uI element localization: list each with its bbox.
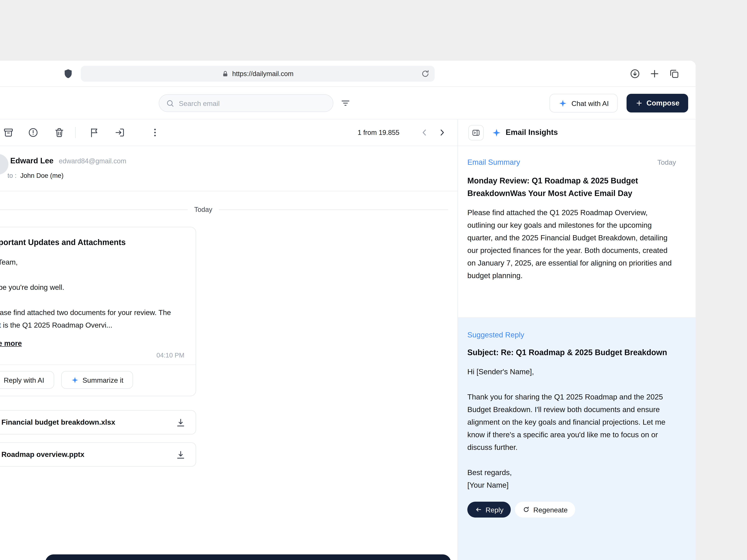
reply-compose-dock[interactable] [45,554,451,560]
summary-label: Email Summary [467,158,520,167]
plus-icon [635,99,643,107]
filter-icon[interactable] [340,98,351,109]
message-toolbar: 1 from 19.855 [0,119,458,146]
search-icon [166,99,175,108]
screen: https://dailymail.com [0,0,747,560]
archive-icon[interactable] [3,127,14,138]
recipient-row: to :John Doe (me) [7,172,63,179]
suggested-body: Thank you for sharing the Q1 2025 Roadma… [467,391,676,454]
closing-line: [Your Name] [467,479,676,491]
tabs-overview-icon[interactable] [669,68,680,79]
email-reading-pane: 1 from 19.855 Edward Lee edward84@gmail.… [0,119,458,560]
panel-toggle-button[interactable] [468,125,484,140]
attachment-row[interactable]: Financial budget breakdown.xlsx [0,410,196,434]
reply-button-label: Reply [486,506,504,514]
summary-date: Today [658,158,676,166]
url-text: https://dailymail.com [232,70,293,77]
app-header: Chat with AI Compose [0,87,696,119]
email-insights-panel: Email Insights Email Summary Today Monda… [458,119,696,560]
kebab-menu-icon[interactable] [149,127,161,138]
summarize-label: Summarize it [82,376,123,384]
regenerate-button[interactable]: Regeneate [515,502,575,517]
download-icon[interactable] [175,417,186,428]
message-card: Important Updates and Attachments Hi Tea… [0,227,196,396]
reply-with-ai-label: Reply with AI [4,376,44,384]
message-time: 04:10 PM [0,351,184,365]
chat-with-ai-button[interactable]: Chat with AI [549,94,618,112]
flag-icon[interactable] [89,127,100,138]
compose-button[interactable]: Compose [626,94,688,112]
sparkle-icon [558,99,567,108]
report-icon[interactable] [28,127,39,138]
suggested-reply-actions: Reply Regeneate [467,502,676,517]
browser-toolbar: https://dailymail.com [0,61,696,87]
insights-title: Email Insights [506,128,558,137]
body-line: Hi Team, [0,256,184,268]
desktop: https://dailymail.com [0,0,747,560]
body-line: Please find attached two documents for y… [0,306,184,331]
summary-title: Monday Review: Q1 Roadmap & 2025 Budget … [467,175,676,200]
app-body: 1 from 19.855 Edward Lee edward84@gmail.… [0,119,696,560]
download-icon[interactable] [175,449,186,461]
email-summary-section: Email Summary Today Monday Review: Q1 Ro… [458,146,696,318]
compose-label: Compose [646,99,679,107]
sender-name: Edward Lee [10,156,54,165]
sender-email: edward84@gmail.com [59,157,126,165]
shield-icon[interactable] [62,68,74,79]
downloads-icon[interactable] [629,68,641,79]
move-to-icon[interactable] [114,127,126,138]
sender-avatar [0,154,8,175]
summarize-button[interactable]: Summarize it [61,371,133,389]
message-subject: Important Updates and Attachments [0,238,184,248]
suggested-reply-label: Suggested Reply [467,331,524,339]
date-divider: Today [0,206,448,213]
insights-header: Email Insights [458,119,696,146]
sparkle-icon [492,128,501,138]
reload-icon[interactable] [421,69,430,78]
toolbar-divider [75,127,76,138]
chat-with-ai-label: Chat with AI [571,99,609,107]
recipient-name: John Doe (me) [20,172,63,179]
suggested-greeting: Hi [Sender's Name], [467,365,676,378]
trash-icon[interactable] [54,127,65,138]
email-app: Chat with AI Compose [0,87,696,560]
attachment-name: Roadmap overview.pptx [1,450,84,459]
search-bar[interactable] [159,94,333,112]
search-input[interactable] [179,99,326,107]
attachment-name: Financial budget breakdown.xlsx [1,418,115,427]
message-thread: Today Important Updates and Attachments … [0,191,458,560]
summary-body: Please find attached the Q1 2025 Roadmap… [467,206,676,282]
message-actions: Reply with AI Summarize it [0,365,196,396]
url-bar[interactable]: https://dailymail.com [81,66,435,82]
chevron-left-icon[interactable] [419,127,430,138]
lock-icon [222,70,229,77]
suggested-reply-section: Suggested Reply Subject: Re: Q1 Roadmap … [458,318,696,560]
pagination-label: 1 from 19.855 [358,129,399,136]
reply-with-ai-button[interactable]: Reply with AI [0,371,54,389]
message-header: Edward Lee edward84@gmail.com to :John D… [0,146,458,191]
suggested-subject: Subject: Re: Q1 Roadmap & 2025 Budget Br… [467,347,676,359]
to-label: to : [7,172,17,179]
see-more-link[interactable]: See more [0,337,22,349]
message-body: Hi Team, Hope you're doing well. Please … [0,256,184,331]
sparkle-icon [71,376,79,384]
body-line: Hope you're doing well. [0,281,184,294]
attachment-row[interactable]: Roadmap overview.pptx [0,443,196,466]
suggested-closing: Best regards, [Your Name] [467,466,676,491]
regenerate-button-label: Regeneate [533,506,568,514]
chevron-right-icon[interactable] [437,127,447,138]
reply-arrow-icon [475,506,482,513]
date-divider-label: Today [194,206,212,213]
reply-button[interactable]: Reply [467,502,511,517]
refresh-icon [522,506,530,513]
new-tab-icon[interactable] [649,68,660,79]
closing-line: Best regards, [467,466,676,479]
browser-window: https://dailymail.com [0,61,696,560]
